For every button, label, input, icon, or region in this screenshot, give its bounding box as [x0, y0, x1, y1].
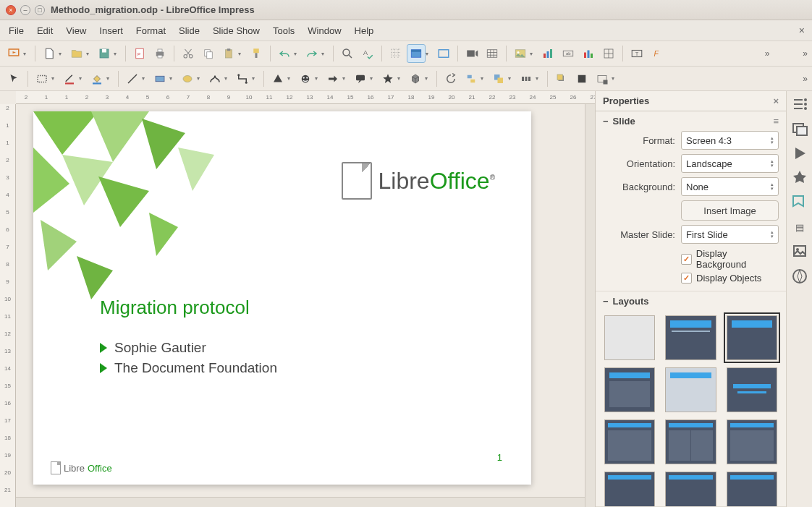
insert-image-icon[interactable] [511, 44, 530, 63]
dropdown-icon[interactable]: ▾ [252, 75, 258, 82]
menu-insert[interactable]: Insert [99, 25, 123, 36]
undo-icon[interactable] [275, 44, 294, 63]
dropdown-icon[interactable]: ▾ [23, 51, 29, 57]
basic-shapes-icon[interactable] [268, 69, 287, 88]
layout-1-2[interactable] [665, 419, 716, 464]
dropdown-icon[interactable]: ▾ [536, 75, 541, 82]
menu-help[interactable]: Help [355, 25, 374, 36]
slide-transition-tab-icon[interactable] [791, 120, 808, 137]
display-background-checkbox[interactable]: ✓Display Background [681, 248, 779, 270]
window-minimize-icon[interactable]: – [20, 5, 30, 15]
toolbar-overflow-icon[interactable]: » [803, 48, 808, 59]
rectangle-icon[interactable] [151, 69, 169, 88]
line-icon[interactable] [123, 69, 142, 88]
rotate-icon[interactable] [441, 69, 460, 88]
connector-icon[interactable] [233, 69, 252, 88]
dropdown-icon[interactable]: ▾ [114, 51, 119, 57]
functions-tab-icon[interactable] [791, 268, 808, 285]
dropdown-icon[interactable]: ▾ [530, 51, 536, 57]
navigator-tab-icon[interactable] [791, 243, 808, 260]
window-close-icon[interactable]: × [6, 5, 16, 15]
line-color-icon[interactable] [60, 69, 79, 88]
dropdown-icon[interactable]: ▾ [59, 51, 64, 57]
3d-icon[interactable] [406, 69, 425, 88]
dropdown-icon[interactable]: ▾ [481, 75, 486, 82]
text-box-icon[interactable]: T [627, 44, 646, 63]
gallery-tab-icon[interactable]: ▤ [791, 218, 808, 236]
sidebar-close-icon[interactable]: × [773, 95, 779, 106]
dropdown-icon[interactable]: ▾ [169, 75, 175, 82]
copy-icon[interactable] [199, 44, 218, 63]
layout-2-1[interactable] [727, 419, 777, 464]
scrollbar-horizontal[interactable] [16, 497, 585, 507]
dropdown-icon[interactable]: ▾ [508, 75, 514, 82]
open-icon[interactable] [67, 44, 86, 63]
insert-text-box-icon[interactable]: ab [559, 44, 578, 63]
layout-6[interactable] [727, 472, 777, 507]
window-maximize-icon[interactable]: □ [35, 5, 45, 15]
dropdown-icon[interactable]: ▾ [294, 51, 300, 57]
menu-file[interactable]: File [9, 25, 24, 36]
menubar-close-icon[interactable]: × [799, 25, 805, 36]
curve-icon[interactable] [206, 69, 224, 88]
layout-5[interactable] [665, 472, 716, 507]
insert-table-icon[interactable] [483, 44, 502, 63]
fontwork-icon[interactable]: F [648, 44, 667, 63]
insert-chart-icon[interactable] [538, 44, 557, 63]
slide-body[interactable]: Sophie Gautier The Document Foundation [100, 336, 277, 380]
layout-2x2[interactable] [604, 419, 655, 464]
slide-title[interactable]: Migration protocol [100, 297, 250, 319]
symbol-shapes-icon[interactable] [296, 69, 315, 88]
dropdown-icon[interactable]: ▾ [238, 51, 244, 57]
menu-tools[interactable]: Tools [273, 25, 295, 36]
slide-canvas[interactable]: LibreOffice® Migration protocol Sophie G… [33, 111, 531, 485]
layout-title-only-2[interactable] [665, 367, 716, 412]
insert-special-char-icon[interactable] [579, 44, 598, 63]
select-icon[interactable] [4, 69, 23, 88]
zoom-pan-icon[interactable] [33, 69, 51, 88]
insert-image-button[interactable]: Insert Image [681, 200, 779, 221]
menu-view[interactable]: View [66, 25, 86, 36]
ellipse-icon[interactable] [178, 69, 197, 88]
collapse-icon[interactable]: − [603, 296, 609, 307]
animation-tab-icon[interactable] [791, 145, 808, 162]
layout-title-content[interactable] [727, 315, 777, 360]
dropdown-icon[interactable]: ▾ [79, 75, 85, 82]
star-icon[interactable] [378, 69, 397, 88]
dropdown-icon[interactable]: ▾ [86, 51, 92, 57]
display-views-icon[interactable] [407, 44, 426, 63]
menu-window[interactable]: Window [308, 25, 341, 36]
export-pdf-icon[interactable]: P [130, 44, 149, 63]
callout-icon[interactable] [351, 69, 370, 88]
find-replace-icon[interactable] [338, 44, 357, 63]
redo-icon[interactable] [303, 44, 321, 63]
layout-centered[interactable] [727, 367, 777, 412]
dropdown-icon[interactable]: ▾ [106, 75, 112, 82]
start-from-current-icon[interactable] [434, 44, 453, 63]
clone-formatting-icon[interactable] [247, 44, 266, 63]
distribute-icon[interactable] [517, 69, 536, 88]
dropdown-icon[interactable]: ▾ [370, 75, 376, 82]
crop-icon[interactable] [572, 69, 591, 88]
background-combo[interactable]: None▴▾ [681, 177, 779, 196]
insert-video-icon[interactable] [462, 44, 481, 63]
fill-color-icon[interactable] [88, 69, 106, 88]
print-icon[interactable] [151, 44, 169, 63]
toolbar-overflow-icon[interactable]: » [803, 74, 808, 84]
arrow-shapes-icon[interactable] [323, 69, 342, 88]
collapse-icon[interactable]: − [603, 116, 609, 127]
dropdown-icon[interactable]: ▾ [287, 75, 293, 82]
spellcheck-icon[interactable]: A [358, 44, 377, 63]
layout-title-only[interactable] [665, 315, 716, 360]
cut-icon[interactable] [179, 44, 198, 63]
scrollbar-vertical[interactable] [585, 104, 595, 507]
dropdown-icon[interactable]: ▾ [142, 75, 148, 82]
menu-format[interactable]: Format [136, 25, 166, 36]
menu-edit[interactable]: Edit [37, 25, 53, 36]
insert-hyperlink-icon[interactable] [599, 44, 618, 63]
dropdown-icon[interactable]: ▾ [612, 75, 617, 82]
toolbar-overflow-icon[interactable]: » [765, 48, 770, 59]
arrange-icon[interactable] [489, 69, 508, 88]
master-slides-tab-icon[interactable] [791, 169, 808, 187]
dropdown-icon[interactable]: ▾ [425, 75, 431, 82]
